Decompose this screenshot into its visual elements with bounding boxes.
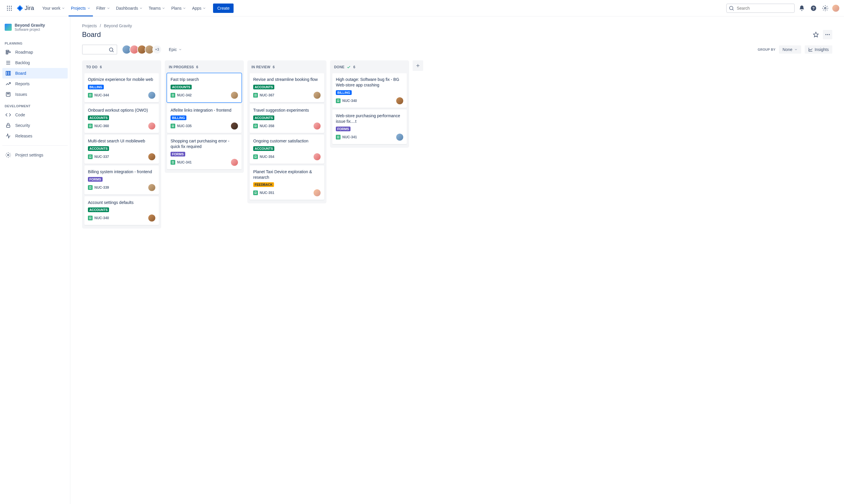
- sidebar-item-releases[interactable]: Releases: [2, 131, 68, 141]
- issue-key: NUC-335: [177, 124, 192, 128]
- sidebar-item-security[interactable]: Security: [2, 120, 68, 131]
- column-to-do: TO DO6 Optimize experience for mobile we…: [82, 60, 161, 229]
- groupby-dropdown[interactable]: None: [779, 46, 801, 54]
- settings-icon[interactable]: [821, 3, 830, 13]
- assignee-avatar[interactable]: [148, 153, 155, 160]
- card[interactable]: Multi-dest search UI mobileweb ACCOUNTS …: [84, 135, 159, 164]
- jira-logo[interactable]: Jira: [16, 5, 34, 12]
- card[interactable]: Billing system integration - frontend FO…: [84, 165, 159, 195]
- assignee-avatar[interactable]: [313, 92, 321, 99]
- svg-point-4: [9, 7, 10, 8]
- assignee-avatar[interactable]: [148, 184, 155, 191]
- create-button[interactable]: Create: [213, 3, 234, 13]
- page-title: Board: [82, 31, 101, 39]
- card[interactable]: Optimize experience for mobile web BILLI…: [84, 73, 159, 102]
- project-type: Software project: [15, 28, 45, 32]
- star-icon[interactable]: [811, 30, 821, 39]
- search-input[interactable]: [726, 3, 795, 13]
- sidebar-item-board[interactable]: Board: [2, 68, 68, 78]
- assignee-avatar[interactable]: [313, 189, 321, 196]
- column-header[interactable]: IN REVIEW6: [250, 64, 324, 72]
- svg-point-8: [11, 10, 12, 11]
- chevron-down-icon: [61, 6, 65, 10]
- assignee-avatar[interactable]: [148, 215, 155, 221]
- nav-item-apps[interactable]: Apps: [190, 4, 208, 12]
- card[interactable]: Ongoing customer satisfaction ACCOUNTS N…: [250, 135, 324, 164]
- issue-key: NUC-354: [259, 155, 274, 159]
- card[interactable]: Fast trip search ACCOUNTS NUC-342: [167, 73, 241, 102]
- issue-key: NUC-341: [342, 135, 357, 139]
- svg-point-6: [7, 10, 8, 11]
- breadcrumb: Projects / Beyond Gravity: [82, 23, 832, 28]
- nav-item-filter[interactable]: Filter: [94, 4, 112, 12]
- card[interactable]: Onboard workout options (OWO) ACCOUNTS N…: [84, 104, 159, 133]
- sidebar-item-code[interactable]: Code: [2, 110, 68, 120]
- project-avatar-icon: [5, 24, 12, 31]
- assignee-avatar[interactable]: [313, 123, 321, 129]
- assignee-avatar[interactable]: [231, 159, 238, 166]
- card-title: High outage: Software bug fix - BG Web-s…: [336, 77, 403, 88]
- profile-avatar[interactable]: [832, 5, 839, 12]
- card-title: Planet Taxi Device exploration & researc…: [253, 169, 321, 180]
- svg-rect-16: [6, 53, 8, 54]
- assignee-avatar[interactable]: [231, 92, 238, 99]
- issue-key: NUC-351: [259, 191, 274, 195]
- card[interactable]: Shopping cart purchasing error - quick f…: [167, 135, 241, 169]
- card[interactable]: Planet Taxi Device exploration & researc…: [250, 165, 324, 200]
- help-icon[interactable]: ?: [809, 3, 818, 13]
- svg-point-29: [827, 34, 828, 35]
- sidebar-item-project-settings[interactable]: Project settings: [2, 150, 68, 160]
- nav-item-projects[interactable]: Projects: [69, 4, 93, 12]
- assignee-avatar[interactable]: [231, 123, 238, 129]
- card[interactable]: Travel suggestion experiments ACCOUNTS N…: [250, 104, 324, 133]
- card-title: Multi-dest search UI mobileweb: [88, 138, 155, 144]
- card[interactable]: Revise and streamline booking flow ACCOU…: [250, 73, 324, 102]
- app-switcher-icon[interactable]: [5, 3, 14, 13]
- breadcrumb-item[interactable]: Projects: [82, 23, 97, 28]
- issue-key: NUC-340: [94, 216, 109, 220]
- column-count: 6: [196, 65, 198, 69]
- sidebar-item-issues[interactable]: Issues: [2, 89, 68, 100]
- card[interactable]: Affelite links integration - frontend BI…: [167, 104, 241, 133]
- issue-key: NUC-358: [259, 124, 274, 128]
- assignee-avatar[interactable]: [148, 123, 155, 129]
- nav-item-plans[interactable]: Plans: [169, 4, 188, 12]
- more-icon[interactable]: [823, 30, 832, 39]
- assignee-filter[interactable]: +3: [122, 45, 162, 54]
- story-icon: [253, 155, 258, 159]
- column-header[interactable]: IN PROGRESS6: [167, 64, 241, 72]
- global-search[interactable]: [726, 3, 795, 13]
- column-header[interactable]: DONE6: [332, 64, 407, 72]
- filter-search[interactable]: [82, 44, 117, 54]
- notifications-icon[interactable]: [797, 3, 807, 13]
- sidebar-item-reports[interactable]: Reports: [2, 78, 68, 89]
- column-in-progress: IN PROGRESS6 Fast trip search ACCOUNTS N…: [165, 60, 244, 173]
- nav-item-dashboards[interactable]: Dashboards: [114, 4, 145, 12]
- project-header[interactable]: Beyond Gravity Software project: [2, 21, 68, 36]
- issue-key: NUC-337: [94, 155, 109, 159]
- svg-rect-25: [6, 125, 10, 127]
- assignee-avatar[interactable]: [148, 92, 155, 99]
- assignee-avatar[interactable]: [396, 97, 403, 104]
- assignee-avatar[interactable]: [313, 153, 321, 160]
- column-header[interactable]: TO DO6: [84, 64, 159, 72]
- svg-rect-20: [6, 71, 7, 75]
- insights-button[interactable]: Insights: [805, 46, 832, 54]
- svg-point-3: [7, 7, 8, 8]
- svg-point-28: [826, 34, 826, 35]
- sidebar-item-roadmap[interactable]: Roadmap: [2, 47, 68, 57]
- card[interactable]: Web-store purchasing performance issue f…: [332, 110, 407, 144]
- add-column-button[interactable]: [413, 60, 423, 71]
- sidebar-group-label: PLANNING: [2, 37, 68, 47]
- epic-dropdown[interactable]: Epic: [166, 46, 184, 54]
- avatar-more[interactable]: +3: [152, 45, 162, 54]
- story-icon: [336, 135, 341, 140]
- nav-item-your-work[interactable]: Your work: [40, 4, 67, 12]
- card[interactable]: Account settings defaults ACCOUNTS NUC-3…: [84, 196, 159, 225]
- sidebar-item-backlog[interactable]: Backlog: [2, 57, 68, 68]
- svg-point-7: [9, 10, 10, 11]
- card[interactable]: High outage: Software bug fix - BG Web-s…: [332, 73, 407, 108]
- breadcrumb-item[interactable]: Beyond Gravity: [104, 23, 132, 28]
- nav-item-teams[interactable]: Teams: [146, 4, 168, 12]
- assignee-avatar[interactable]: [396, 133, 403, 141]
